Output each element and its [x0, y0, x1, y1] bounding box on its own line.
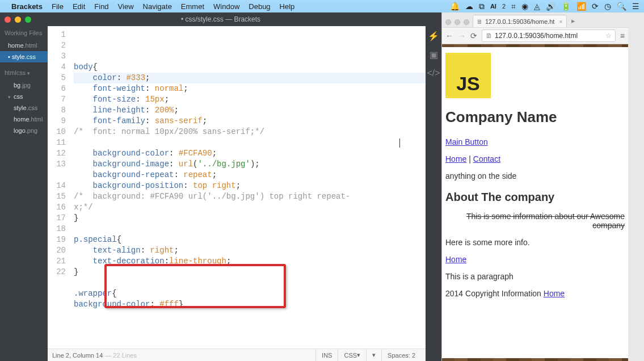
browser-zoom-icon[interactable] [464, 19, 469, 25]
brackets-titlebar[interactable]: • css/style.css — Brackets [0, 12, 441, 26]
insert-mode[interactable]: INS [315, 349, 338, 362]
code-icon[interactable]: </> [427, 68, 440, 78]
page-title: Company Name [445, 108, 625, 126]
back-button[interactable]: ← [445, 31, 453, 40]
menu-view[interactable]: View [118, 2, 134, 11]
mac-menubar: Brackets File Edit Find View Navigate Em… [0, 0, 644, 12]
main-button-link[interactable]: Main Button [445, 137, 488, 146]
address-bar[interactable]: 🗎 127.0.0.1:59036/home.html ☆ [482, 30, 616, 42]
zoom-icon[interactable] [25, 16, 31, 23]
code-content[interactable]: body{ color: #333; font-weight: normal; … [70, 26, 426, 349]
volume-icon[interactable]: 🔊 [546, 2, 555, 11]
window-title: • css/style.css — Brackets [181, 15, 260, 23]
chrome-window: 🗎 127.0.0.1:59036/home.ht × ▸ ← → ⟳ 🗎 12… [441, 12, 628, 361]
menu-edit[interactable]: Edit [73, 2, 85, 11]
search-icon[interactable]: 🔍 [617, 2, 626, 11]
menu-debug[interactable]: Debug [249, 2, 270, 11]
menu-help[interactable]: Help [280, 2, 295, 11]
tab-title: 127.0.0.1:59036/home.ht [485, 18, 554, 25]
page-icon: 🗎 [477, 18, 483, 25]
url-text: 127.0.0.1:59036/home.html [495, 32, 578, 40]
brackets-toolbar: ⚡ ▣ </> [426, 26, 441, 361]
encoding-mode[interactable]: ▾ [366, 349, 381, 362]
working-file-home[interactable]: home.html [0, 40, 48, 51]
tree-home[interactable]: home.html [0, 114, 48, 125]
clock-icon[interactable]: ◷ [604, 2, 611, 11]
dropbox-icon[interactable]: ⧉ [479, 2, 485, 11]
new-tab-icon[interactable]: ▸ [571, 16, 575, 25]
plain-paragraph: This is a paragraph [445, 272, 625, 281]
cloud-icon[interactable]: ☁ [465, 2, 473, 11]
wifi-icon[interactable]: 📶 [576, 2, 586, 11]
browser-tab[interactable]: 🗎 127.0.0.1:59036/home.ht × [473, 15, 567, 27]
brackets-sidebar: Working Files home.html • style.css html… [0, 26, 48, 361]
project-header[interactable]: htmlcss ▾ [0, 66, 48, 79]
status-bar: Line 2, Column 14 — 22 Lines INS CSS ▾ ▾… [48, 349, 426, 361]
language-mode[interactable]: CSS ▾ [338, 349, 366, 362]
drive-icon[interactable]: ◬ [534, 2, 540, 11]
browser-close-icon[interactable] [445, 19, 451, 25]
tree-style[interactable]: style.css [0, 102, 48, 114]
nav-home-link[interactable]: Home [445, 154, 466, 163]
menu-app[interactable]: Brackets [11, 2, 43, 11]
browser-viewport[interactable]: JS Company Name Main Button Home | Conta… [442, 44, 628, 361]
page-icon-small: 🗎 [486, 32, 493, 40]
circle-icon[interactable]: ◉ [521, 2, 528, 11]
text-cursor-icon [399, 138, 400, 148]
minimize-icon[interactable] [15, 16, 21, 23]
dropbox2-icon[interactable]: ⌗ [511, 2, 516, 11]
spaces-setting[interactable]: Spaces: 2 [381, 349, 421, 362]
page-wrapper: JS Company Name Main Button Home | Conta… [442, 47, 628, 358]
battery-icon[interactable]: 🔋 [561, 2, 571, 11]
reload-button[interactable]: ⟳ [470, 31, 477, 40]
tab-close-icon[interactable]: × [559, 18, 562, 25]
menu-window[interactable]: Window [213, 2, 239, 11]
about-heading: About The company [445, 191, 625, 204]
tree-logo[interactable]: logo.png [0, 125, 48, 136]
code-editor[interactable]: 12345678910111213141516171819202122 body… [48, 26, 426, 349]
footer-home-link[interactable]: Home [544, 289, 565, 298]
js-logo: JS [445, 53, 491, 98]
line-gutter: 12345678910111213141516171819202122 [48, 26, 70, 349]
tree-css-folder[interactable]: ▾css [0, 91, 48, 102]
menu-icon[interactable]: ☰ [632, 2, 639, 11]
tree-bg[interactable]: bg.jpg [0, 79, 48, 91]
close-icon[interactable] [5, 16, 11, 23]
menu-emmet[interactable]: Emmet [181, 2, 204, 11]
working-files-header: Working Files [0, 26, 48, 40]
home-link[interactable]: Home [445, 255, 466, 264]
menu-navigate[interactable]: Navigate [143, 2, 172, 11]
side-text: anything on the side [445, 171, 625, 180]
brackets-window: • css/style.css — Brackets Working Files… [0, 12, 441, 361]
live-preview-icon[interactable]: ⚡ [428, 31, 439, 41]
chrome-menu-icon[interactable]: ≡ [620, 31, 625, 40]
footer: 2014 Copyright Information Home [445, 289, 625, 298]
special-paragraph: This is some information about our Aweso… [445, 212, 625, 230]
ai-icon[interactable]: AI [490, 3, 496, 10]
forward-button[interactable]: → [458, 31, 466, 40]
line-count: — 22 Lines [105, 352, 137, 359]
nav-sep: | [466, 154, 473, 163]
cursor-position: Line 2, Column 14 [52, 352, 103, 359]
menubar-status-icons: 🔔 ☁ ⧉ AI 2 ⌗ ◉ ◬ 🔊 🔋 📶 ⟳ ◷ 🔍 ☰ [450, 0, 639, 12]
browser-minimize-icon[interactable] [454, 19, 460, 25]
menu-find[interactable]: Find [94, 2, 108, 11]
number-badge[interactable]: 2 [502, 3, 506, 10]
notification-icon[interactable]: 🔔 [450, 2, 460, 11]
nav-contact-link[interactable]: Contact [473, 154, 500, 163]
bookmark-icon[interactable]: ☆ [605, 32, 612, 40]
more-info: Here is some more info. [445, 238, 625, 247]
extensions-icon[interactable]: ▣ [430, 49, 438, 60]
sync-icon[interactable]: ⟳ [592, 2, 599, 11]
menu-file[interactable]: File [52, 2, 64, 11]
working-file-style[interactable]: • style.css [0, 51, 48, 62]
